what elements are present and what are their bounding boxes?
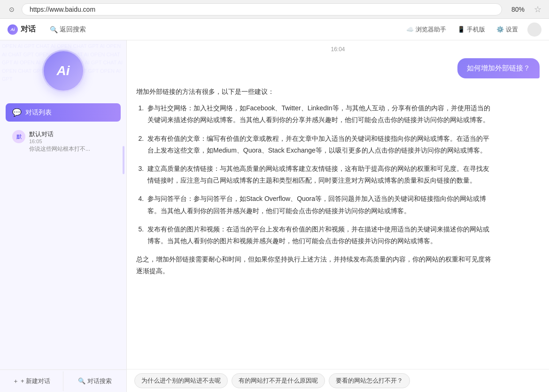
suggestion-chip-1[interactable]: 有的网站打不开是什么原因呢 — [232, 373, 325, 388]
chat-item-avatar: 默 — [12, 130, 25, 143]
back-to-search-button[interactable]: 🔍 返回搜索 — [43, 23, 93, 37]
chat-input-area: 为什么进个别的网站进不去呢有的网站打不开是什么原因呢要看的网站怎么打不开？ — [127, 369, 549, 392]
ai-logo: Ai — [42, 50, 85, 92]
cloud-icon: ☁️ — [406, 26, 414, 33]
ai-list-item: 参与社交网络：加入社交网络，如Facebook、Twitter、LinkedIn… — [146, 102, 493, 126]
sidebar: OPEN AI GPT CHAT AI OPEN CHAT GPT AI OPE… — [0, 40, 127, 392]
chat-messages[interactable]: 16:04 如何增加外部链接？ 增加外部链接的方法有很多，以下是一些建议： 参与… — [127, 40, 549, 369]
zoom-level: 80% — [511, 6, 525, 13]
bookmark-star-icon[interactable]: ☆ — [534, 4, 541, 15]
search-chat-label: 对话搜索 — [87, 377, 112, 385]
mobile-icon: 📱 — [457, 26, 465, 33]
ai-list-item: 参与问答平台：参与问答平台，如Stack Overflow、Quora等，回答问… — [146, 193, 493, 216]
new-chat-button[interactable]: ＋ + 新建对话 — [0, 371, 63, 391]
plus-icon: ＋ — [13, 377, 19, 385]
user-avatar[interactable] — [527, 23, 541, 37]
ai-list: 参与社交网络：加入社交网络，如Facebook、Twitter、LinkedIn… — [136, 102, 493, 247]
chat-list-section: 💬 对话列表 — [0, 103, 126, 122]
logo-label: 对话 — [21, 24, 36, 34]
chat-item-time: 16:05 — [29, 138, 114, 144]
content-area: 16:04 如何增加外部链接？ 增加外部链接的方法有很多，以下是一些建议： 参与… — [127, 40, 549, 392]
browser-bar: ⊙ https://www.baidu.com 80% ☆ — [0, 0, 549, 19]
ai-list-item: 发布有价值的图片和视频：在适当的平台上发布有价值的图片和视频，并在描述中使用适当… — [146, 223, 493, 247]
chat-bubble-icon: 💬 — [12, 108, 22, 117]
ai-message-row: 增加外部链接的方法有很多，以下是一些建议： 参与社交网络：加入社交网络，如Fac… — [136, 86, 540, 282]
main-layout: OPEN AI GPT CHAT AI OPEN CHAT GPT AI OPE… — [0, 40, 549, 392]
logo-area: Ai 对话 — [8, 24, 43, 35]
chat-item-preview: 你说这些网站根本打不... — [29, 145, 104, 153]
suggestion-chips: 为什么进个别的网站进不去呢有的网站打不开是什么原因呢要看的网站怎么打不开？ — [134, 373, 541, 388]
default-chat-section: 默 默认对话 16:05 你说这些网站根本打不... — [0, 125, 126, 158]
top-nav: Ai 对话 🔍 返回搜索 ☁️ 浏览器助手 📱 手机版 ⚙️ 设置 — [0, 19, 549, 40]
chat-item-title: 默认对话 — [29, 130, 114, 138]
chat-list-label: 对话列表 — [25, 108, 52, 117]
chat-list-button[interactable]: 💬 对话列表 — [6, 103, 121, 122]
ai-message-content: 增加外部链接的方法有很多，以下是一些建议： 参与社交网络：加入社交网络，如Fac… — [136, 86, 493, 282]
ai-list-item: 发布有价值的文章：编写有价值的文章或教程，并在文章中加入适当的关键词和链接指向你… — [146, 133, 493, 156]
search-chat-button[interactable]: 🔍 对话搜索 — [63, 371, 126, 391]
settings-button[interactable]: ⚙️ 设置 — [491, 23, 524, 37]
default-chat-item[interactable]: 默 默认对话 16:05 你说这些网站根本打不... — [6, 125, 121, 158]
chat-item-info: 默认对话 16:05 你说这些网站根本打不... — [29, 130, 114, 153]
time-divider: 16:04 — [136, 40, 540, 58]
search-chat-icon: 🔍 — [78, 377, 85, 384]
browser-helper-button[interactable]: ☁️ 浏览器助手 — [401, 23, 452, 37]
mobile-version-button[interactable]: 📱 手机版 — [452, 23, 491, 37]
search-nav-icon: 🔍 — [50, 26, 58, 33]
settings-icon: ⚙️ — [496, 26, 504, 33]
ai-list-item: 建立高质量的友情链接：与其他高质量的网站或博客建立友情链接，这有助于提高你的网站… — [146, 163, 493, 186]
window-controls-icon: ⊙ — [8, 5, 16, 14]
ai-intro: 增加外部链接的方法有很多，以下是一些建议： — [136, 86, 493, 98]
url-text: https://www.baidu.com — [30, 6, 95, 13]
ai-nav-icon: Ai — [8, 24, 18, 35]
sidebar-footer: ＋ + 新建对话 🔍 对话搜索 — [0, 369, 126, 392]
user-message-row: 如何增加外部链接？ — [136, 58, 540, 78]
ai-conclusion: 总之，增加外部链接需要耐心和时间，但如果你坚持执行上述方法，并持续发布高质量的内… — [136, 254, 493, 277]
sidebar-background-text: OPEN AI GPT CHAT AI OPEN CHAT GPT AI OPE… — [0, 40, 126, 392]
address-bar[interactable]: https://www.baidu.com — [22, 3, 502, 15]
user-bubble: 如何增加外部链接？ — [457, 58, 540, 78]
suggestion-chip-2[interactable]: 要看的网站怎么打不开？ — [329, 373, 410, 388]
back-label: 返回搜索 — [60, 25, 86, 34]
new-chat-label: + 新建对话 — [21, 377, 50, 385]
suggestion-chip-0[interactable]: 为什么进个别的网站进不去呢 — [134, 373, 228, 388]
ai-logo-ring — [42, 50, 85, 92]
